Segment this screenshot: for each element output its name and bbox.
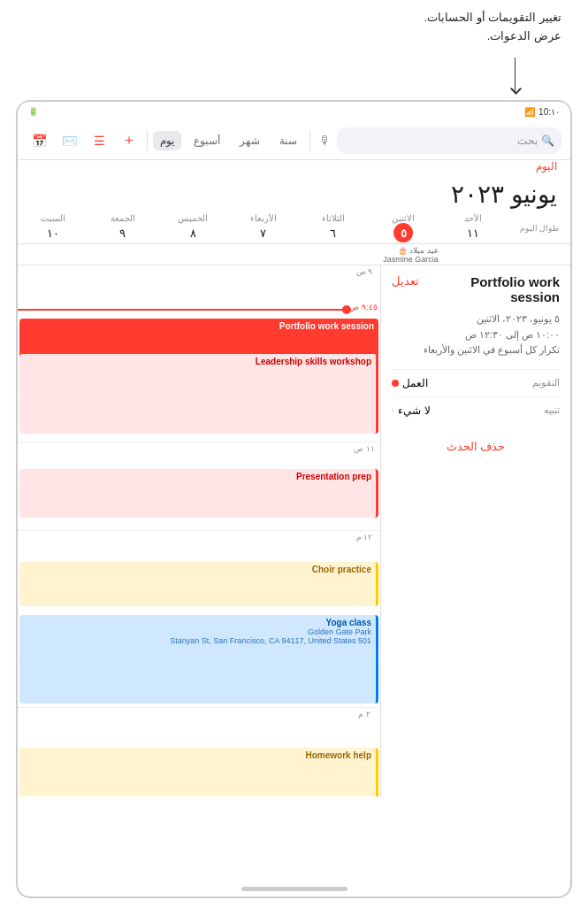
event-presentation[interactable]: Presentation prep [19,469,378,518]
tooltip-area: تغيير التقويمات أو الحسابات. عرض الدعوات… [27,9,561,46]
detail-event-title: Portfolio work session [419,274,560,304]
search-box[interactable]: 🔍 بحث [337,127,561,154]
time-col-9am [18,265,347,309]
status-time: 10:۱۰ [538,107,560,117]
delete-event-btn[interactable]: حذف الحدث [392,431,560,462]
tooltip-arrow [515,58,515,93]
day-col-tue[interactable]: الثلاثاء ٦ [298,213,368,242]
detail-alert-label: تنبيه [544,404,560,416]
event-homework[interactable]: Homework help [19,748,378,796]
event-portfolio-name: Portfolio work session [24,321,374,331]
day-col-sun[interactable]: الأحد ١١ [439,213,508,242]
detail-meta-recur: تكرار كل أسبوع في الاثنين والأربعاء [392,342,560,358]
event-choir[interactable]: Choir practice [19,562,378,606]
add-event-icon[interactable]: ＋ [117,128,141,153]
view-year-btn[interactable]: سنة [272,131,304,150]
status-left: 10:۱۰ 📶 [524,107,560,117]
allday-thu [158,246,228,264]
day-col-wed[interactable]: الأربعاء ٧ [228,213,298,242]
event-leadership-name: Leadership skills workshop [24,357,371,366]
allday-fri [88,246,157,264]
home-indicator [241,887,347,891]
toolbar: 🔍 بحث 🎙 سنة شهر أسبوع يوم ＋ ☰ ✉️ 📅 [18,121,570,160]
detail-meta-time: ١٠:٠٠ ص إلى ١٢:٣٠ ص [392,327,560,343]
detail-calendar-row: التقويم العمل [392,369,560,396]
toolbar-divider2 [147,130,148,151]
time-row-2pm: ٢ م [18,708,380,752]
search-icon: 🔍 [541,135,554,147]
birthday-event[interactable]: عيد ميلاد 🎂 Jasmine Garcia [368,246,438,264]
birthday-text: عيد ميلاد 🎂 Jasmine Garcia [368,246,438,264]
allday-wed [228,246,298,264]
allday-tue [298,246,368,264]
day-headers: طوال اليوم الأحد ١١ الاثنين ٥ الثلاثاء ٦… [18,212,570,244]
main-content: Portfolio work session تعديل ٥ يونيو، ٢٠… [18,265,570,796]
allday-sat [18,246,88,264]
battery-icon: 🔋 [28,107,38,116]
ipad-screen: 10:۱۰ 📶 🔋 🔍 بحث 🎙 سنة شهر أسبوع يوم ＋ [18,102,570,896]
current-time-label: ٩:٤٥ ص [347,303,380,312]
search-placeholder: بحث [517,135,538,147]
event-yoga[interactable]: Yoga class Golden Gate Park501 Stanyan S… [19,615,378,704]
allday-sun [439,246,508,264]
view-day-btn[interactable]: يوم [153,131,181,150]
event-homework-name: Homework help [24,750,371,760]
tooltip-line1: تغيير التقويمات أو الحسابات. [27,9,561,27]
month-title: يونيو ٢٠٢٣ [18,174,570,212]
view-week-btn[interactable]: أسبوع [187,131,227,150]
calendar-grid-icon[interactable]: 📅 [27,128,51,153]
day-col-mon[interactable]: الاثنين ٥ [368,213,438,242]
allday-row: عيد ميلاد 🎂 Jasmine Garcia [18,244,570,265]
calendar-color-dot [392,380,399,387]
detail-header: Portfolio work session تعديل [392,274,560,304]
status-bar: 10:۱۰ 📶 🔋 [18,102,570,121]
time-events-area[interactable]: ٩:٤٥ ص Portfolio work session Leadership… [18,265,380,796]
toolbar-divider [309,130,310,151]
today-label: اليوم [18,160,570,174]
day-col-sat[interactable]: السبت ١٠ [18,213,88,242]
status-right: 🔋 [28,107,38,116]
time-row-9am: ٩ ص [18,265,380,310]
mic-icon[interactable]: 🎙 [319,134,332,148]
detail-alert-value: لا شيء › [392,404,431,417]
alert-chevron-icon: › [392,405,394,415]
list-view-icon[interactable]: ☰ [87,128,111,153]
detail-calendar-label: التقويم [532,377,560,388]
allday-mon: عيد ميلاد 🎂 Jasmine Garcia [368,246,438,264]
event-choir-name: Choir practice [24,565,371,574]
detail-meta: ٥ يونيو، ٢٠٢٣، الاثنين ١٠:٠٠ ص إلى ١٢:٣٠… [392,312,560,358]
day-col-fri[interactable]: الجمعة ٩ [88,213,157,242]
detail-edit-btn[interactable]: تعديل [392,274,419,288]
event-leadership[interactable]: Leadership skills workshop [19,354,378,434]
event-yoga-sub: Golden Gate Park501 Stanyan St, San Fran… [24,627,371,645]
tooltip-line2: عرض الدعوات. [27,27,561,46]
all-day-header-label: طوال اليوم [508,223,570,233]
time-events-inner: ٩:٤٥ ص Portfolio work session Leadership… [18,265,380,796]
time-label-2pm: ٢ م [347,708,380,751]
detail-meta-date: ٥ يونيو، ٢٠٢٣، الاثنين [392,312,560,327]
time-col-2pm [18,708,347,751]
allday-cols: عيد ميلاد 🎂 Jasmine Garcia [18,246,508,264]
current-time-line [18,309,347,311]
event-yoga-name: Yoga class [24,618,371,627]
inbox-icon[interactable]: ✉️ [57,128,81,153]
wifi-icon: 📶 [524,107,535,117]
device-frame: تغيير التقويمات أو الحسابات. عرض الدعوات… [0,0,588,923]
detail-alert-row: تنبيه لا شيء › [392,396,560,424]
detail-calendar-value: العمل [392,377,428,389]
day-col-thu[interactable]: الخميس ٨ [158,213,228,242]
event-presentation-name: Presentation prep [24,472,371,481]
detail-panel: Portfolio work session تعديل ٥ يونيو، ٢٠… [380,265,570,796]
view-month-btn[interactable]: شهر [233,131,267,150]
